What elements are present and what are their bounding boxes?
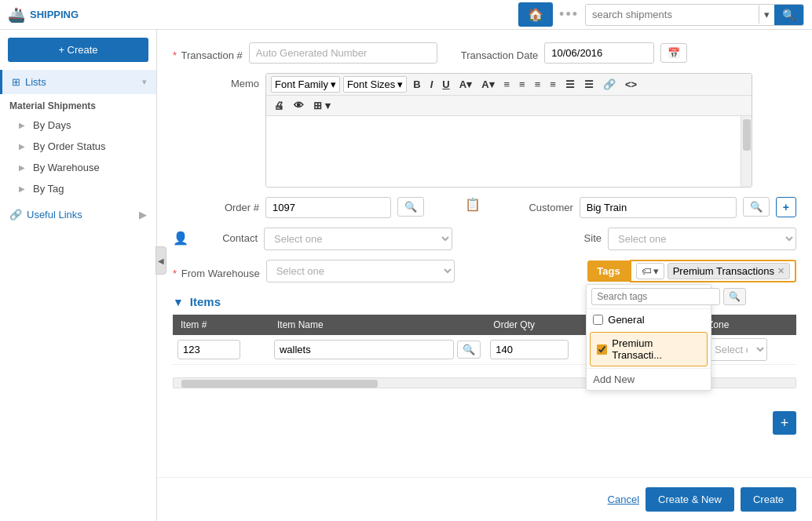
create-button-footer[interactable]: Create xyxy=(741,487,796,512)
align-center-button[interactable]: ≡ xyxy=(516,77,529,92)
order-qty-input[interactable] xyxy=(490,340,569,359)
list-icon: ⊞ xyxy=(12,76,20,88)
premium-checkbox[interactable] xyxy=(597,344,607,355)
tag-chip: Premium Transactions ✕ xyxy=(668,263,790,279)
search-input[interactable] xyxy=(586,5,759,24)
lists-chevron-icon: ▾ xyxy=(142,77,147,87)
tag-chevron-icon: ▾ xyxy=(653,265,659,277)
tags-dropdown-button[interactable]: 🏷 ▾ xyxy=(636,263,664,279)
item-name-search-button[interactable]: 🔍 xyxy=(457,341,481,359)
tag-chip-close[interactable]: ✕ xyxy=(777,266,785,276)
sidebar-item-by-warehouse[interactable]: ▶ By Warehouse xyxy=(0,157,156,178)
underline-button[interactable]: U xyxy=(439,77,452,92)
add-item-button[interactable]: + xyxy=(773,411,796,435)
items-title: Items xyxy=(190,295,221,308)
zone-cell: Select o... xyxy=(700,335,796,365)
footer-row: Cancel Create & New Create xyxy=(157,477,812,521)
order-label: Order # xyxy=(173,197,259,213)
customer-search-button[interactable]: 🔍 xyxy=(743,197,770,217)
search-button[interactable]: 🔍 xyxy=(774,5,803,25)
caret-icon: ▶ xyxy=(19,163,25,172)
sidebar-item-by-order-status[interactable]: ▶ By Order Status xyxy=(0,136,156,157)
main-content: * Transaction # Transaction Date 📅 Memo … xyxy=(157,30,812,521)
sidebar-item-by-tag[interactable]: ▶ By Tag xyxy=(0,178,156,199)
col-item-name: Item Name xyxy=(269,315,485,335)
print-button[interactable]: 🖨 xyxy=(271,98,287,113)
create-and-new-button[interactable]: Create & New xyxy=(646,487,734,512)
sidebar-item-lists[interactable]: ⊞ Lists ▾ xyxy=(0,70,156,94)
zone-select[interactable]: Select o... xyxy=(704,338,767,361)
tag-option-general[interactable]: General xyxy=(587,309,711,330)
sidebar: + Create ⊞ Lists ▾ Material Shipments ▶ … xyxy=(0,30,157,521)
site-label: Site xyxy=(515,228,602,244)
cancel-button[interactable]: Cancel xyxy=(608,494,639,505)
date-field-group: Transaction Date 📅 xyxy=(461,42,688,64)
memo-scrollbar[interactable] xyxy=(741,116,752,187)
code-button[interactable]: <> xyxy=(622,77,640,92)
order-search-button[interactable]: 🔍 xyxy=(397,197,424,217)
transaction-input[interactable] xyxy=(249,42,437,64)
from-warehouse-select[interactable]: Select one xyxy=(266,260,455,282)
list-ol-button[interactable]: ☰ xyxy=(581,77,597,92)
search-bar: ▾ 🔍 xyxy=(585,4,804,26)
align-justify-button[interactable]: ≡ xyxy=(547,77,559,92)
transaction-date-input[interactable] xyxy=(544,42,654,64)
font-family-select[interactable]: Font Family ▾ xyxy=(271,76,340,93)
align-left-button[interactable]: ≡ xyxy=(501,77,514,92)
item-name-input[interactable] xyxy=(274,340,454,359)
customer-input[interactable] xyxy=(580,197,737,218)
tag-option-premium[interactable]: Premium Transacti... xyxy=(590,332,708,366)
customer-icon: 📋 xyxy=(465,197,481,212)
by-days-label: By Days xyxy=(33,119,71,131)
highlight-button[interactable]: A▾ xyxy=(478,77,497,92)
tags-search-icon[interactable]: 🔍 xyxy=(723,288,746,305)
from-warehouse-label: * From Warehouse xyxy=(173,263,260,279)
preview-button[interactable]: 👁 xyxy=(291,98,307,113)
item-num-input[interactable] xyxy=(177,340,240,359)
useful-links-label: Useful Links xyxy=(27,209,134,220)
bold-button[interactable]: B xyxy=(410,77,423,92)
order-customer-row: Order # 🔍 📋 Customer 🔍 + xyxy=(173,197,796,218)
sidebar-section-material: Material Shipments xyxy=(0,94,156,115)
customer-label: Customer xyxy=(487,197,573,213)
dots-menu[interactable]: ••• xyxy=(559,6,579,23)
brand: 🚢 SHIPPING xyxy=(8,6,79,24)
tags-search-input[interactable] xyxy=(591,288,720,305)
general-checkbox[interactable] xyxy=(593,315,603,325)
site-select[interactable]: Select one xyxy=(608,228,796,250)
toolbar-row-1: Font Family ▾ Font Sizes ▾ B I U A▾ A▾ ≡… xyxy=(266,74,752,96)
tag-chip-label: Premium Transactions xyxy=(673,265,774,277)
transaction-row: * Transaction # Transaction Date 📅 xyxy=(173,42,796,64)
item-num-cell xyxy=(173,335,269,365)
memo-body[interactable] xyxy=(266,116,752,187)
create-button[interactable]: + Create xyxy=(8,38,148,62)
tags-container: 🏷 ▾ Premium Transactions ✕ xyxy=(630,260,796,282)
contact-select[interactable]: Select one xyxy=(264,228,452,250)
sidebar-item-useful-links[interactable]: 🔗 Useful Links ▶ xyxy=(0,202,156,227)
calendar-icon-button[interactable]: 📅 xyxy=(660,43,687,63)
by-order-status-label: By Order Status xyxy=(33,140,105,152)
italic-button[interactable]: I xyxy=(427,77,437,92)
font-color-button[interactable]: A▾ xyxy=(456,77,475,92)
required-marker2: * xyxy=(173,268,177,279)
items-chevron-icon[interactable]: ▼ xyxy=(173,296,184,308)
scrollbar-thumb xyxy=(743,119,751,151)
general-label: General xyxy=(608,314,644,326)
customer-add-button[interactable]: + xyxy=(776,197,796,217)
add-new-tag[interactable]: Add New xyxy=(587,368,711,390)
sidebar-collapse-button[interactable]: ◀ xyxy=(155,246,166,275)
contact-icon: 👤 xyxy=(173,228,188,246)
tag-icon: 🏷 xyxy=(642,265,652,277)
tags-dropdown: 🔍 General Premium Transacti... Add New xyxy=(586,284,711,391)
font-sizes-select[interactable]: Font Sizes ▾ xyxy=(343,76,407,93)
link-button[interactable]: 🔗 xyxy=(600,77,619,92)
list-ul-button[interactable]: ☰ xyxy=(562,77,578,92)
table-button[interactable]: ⊞ ▾ xyxy=(310,98,334,113)
sidebar-item-by-days[interactable]: ▶ By Days xyxy=(0,115,156,136)
main-layout: + Create ⊞ Lists ▾ Material Shipments ▶ … xyxy=(0,30,812,521)
search-dropdown[interactable]: ▾ xyxy=(759,5,774,24)
home-button[interactable]: 🏠 xyxy=(518,2,553,27)
tags-search-row: 🔍 xyxy=(587,285,711,309)
align-right-button[interactable]: ≡ xyxy=(532,77,544,92)
order-input[interactable] xyxy=(265,197,391,218)
